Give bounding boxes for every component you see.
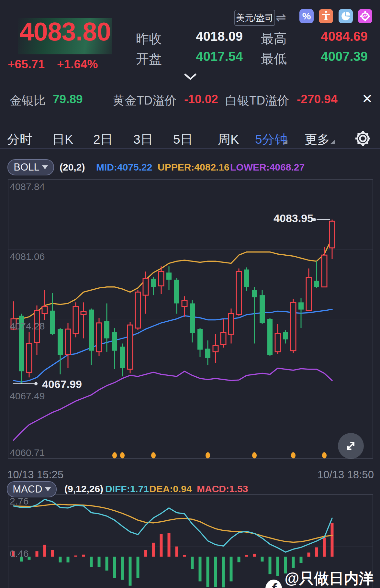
- y-axis-label: 4060.71: [10, 447, 45, 458]
- facebook-logo-icon: f: [265, 580, 282, 588]
- macd-dea-value: DEA:0.94: [149, 483, 192, 494]
- y-axis-label: 4087.84: [10, 181, 45, 192]
- trading-app: 4083.80 +65.71 +1.64% 美元/盎司 ⇌ % 昨收 4018.…: [0, 0, 380, 588]
- expand-icon: [344, 439, 358, 453]
- macd-value: MACD:1.53: [197, 483, 248, 494]
- low-price-marker: 4067.99: [42, 378, 82, 391]
- watermark-text: @只做日内洋洋: [285, 569, 380, 588]
- y-axis-label: 4081.06: [10, 251, 45, 262]
- macd-params: (9,12,26): [64, 483, 103, 494]
- macd-axis-top-label: 2.76: [10, 496, 28, 507]
- expand-chart-button[interactable]: [338, 433, 364, 459]
- x-axis-start-time: 10/13 15:25: [7, 469, 63, 481]
- watermark: f @只做日内洋洋: [265, 569, 380, 588]
- macd-selector[interactable]: MACD: [7, 481, 57, 497]
- x-axis-end-time: 10/13 18:50: [293, 469, 374, 481]
- caret-down-icon: [45, 487, 51, 491]
- high-price-marker: 4083.95: [268, 212, 313, 225]
- y-axis-label: 4074.28: [10, 321, 45, 332]
- macd-axis-grid-label: 0.46: [10, 548, 28, 559]
- macd-diff-value: DIFF:1.71: [105, 483, 149, 494]
- price-chart-canvas[interactable]: [0, 0, 380, 588]
- y-axis-label: 4067.49: [10, 391, 45, 402]
